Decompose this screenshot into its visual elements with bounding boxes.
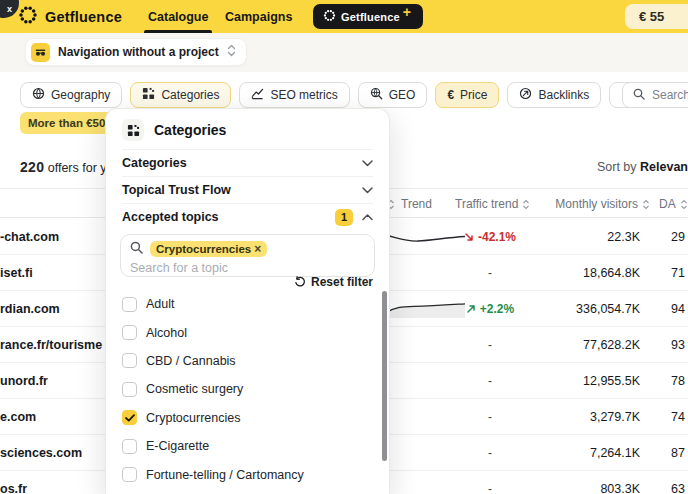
topic-search-placeholder: Search for a topic: [130, 261, 365, 275]
categories-grid-icon: [122, 119, 144, 141]
plus-icon: +: [403, 4, 411, 20]
monthly-visitors-cell: 12,955.5K: [510, 363, 640, 399]
selected-count-badge: 1: [335, 209, 353, 226]
trend-up-icon: [466, 304, 476, 314]
reset-icon: [294, 276, 306, 288]
globe-icon: [32, 87, 45, 103]
chevron-up-icon: [362, 214, 373, 221]
topic-list-item[interactable]: E-Cigarette: [122, 432, 375, 460]
incognito-glasses-icon: [31, 43, 50, 62]
sort-label: Sort by: [597, 160, 640, 174]
sort-icon: [642, 199, 650, 210]
topic-checkbox[interactable]: [122, 410, 137, 425]
column-trend[interactable]: Trend: [387, 197, 432, 211]
topic-list-item[interactable]: Cosmetic surgery: [122, 375, 375, 403]
topic-list-item[interactable]: Cryptocurrencies: [122, 404, 375, 432]
topic-checkbox[interactable]: [122, 297, 137, 312]
monthly-visitors-cell: 7,264.1K: [510, 435, 640, 471]
da-cell: 87: [641, 435, 685, 471]
active-filter-tag-label: More than €50: [28, 117, 105, 129]
topic-list-item[interactable]: Fortune-telling / Cartomancy: [122, 460, 375, 488]
getfluence-plus-button[interactable]: Getfluence +: [313, 4, 423, 29]
filter-bar: Geography Categories SEO metrics GEO € P…: [20, 82, 688, 108]
tab-catalogue[interactable]: Catalogue: [148, 0, 208, 33]
dropdown-header: Categories: [106, 109, 389, 149]
results-count: 220 offers for y: [20, 159, 107, 175]
link-icon: [519, 87, 532, 103]
topic-list-item[interactable]: Adult: [122, 290, 375, 318]
topics-list: Adult Alcohol CBD / Cannabis Cosmetic su…: [122, 290, 375, 494]
top-navigation-bar: Getfluence Catalogue Campaigns Getfluenc…: [0, 0, 688, 33]
sort-control[interactable]: Sort by Relevan: [597, 160, 688, 174]
remove-chip-icon[interactable]: ×: [254, 242, 261, 256]
topic-list-item[interactable]: Alcohol: [122, 318, 375, 346]
chart-icon: [251, 87, 264, 103]
filter-button-seo-metrics[interactable]: SEO metrics: [239, 82, 349, 108]
tab-campaigns[interactable]: Campaigns: [225, 0, 292, 33]
filter-button-geo[interactable]: GEO: [358, 82, 428, 108]
results-count-suffix: offers for y: [44, 161, 106, 175]
geo-icon: [370, 87, 383, 103]
balance-pill[interactable]: € 55: [625, 4, 688, 29]
grid-icon: [142, 87, 155, 103]
column-monthly-visitors[interactable]: Monthly visitors: [555, 197, 650, 211]
dropdown-title: Categories: [154, 122, 226, 138]
monthly-visitors-cell: 336,054.7K: [510, 291, 640, 327]
topic-checkbox[interactable]: [122, 439, 137, 454]
check-icon: [125, 414, 135, 422]
section-categories[interactable]: Categories: [122, 149, 373, 176]
da-cell: 29: [641, 219, 685, 255]
search-input[interactable]: Search: [622, 82, 688, 108]
monthly-visitors-cell: 803.3K: [510, 471, 640, 494]
brand: Getfluence: [18, 0, 122, 33]
selected-topic-chip[interactable]: Cryptocurrencies ×: [150, 241, 267, 257]
da-cell: 94: [641, 291, 685, 327]
search-icon: [633, 86, 645, 104]
monthly-visitors-cell: 18,664.8K: [510, 255, 640, 291]
filter-button-backlinks[interactable]: Backlinks: [507, 82, 601, 108]
da-cell: 78: [641, 363, 685, 399]
section-topical-trust-flow[interactable]: Topical Trust Flow: [122, 176, 373, 203]
filter-button-categories[interactable]: Categories: [130, 82, 231, 108]
euro-icon: €: [447, 88, 454, 102]
filter-button-price[interactable]: € Price: [435, 82, 499, 108]
results-count-number: 220: [20, 159, 44, 175]
selector-chevrons-icon: [227, 43, 236, 61]
da-cell: 71: [641, 255, 685, 291]
topic-checkbox[interactable]: [122, 325, 137, 340]
monthly-visitors-cell: 77,628.2K: [510, 327, 640, 363]
da-cell: 93: [641, 327, 685, 363]
monthly-visitors-cell: 3,279.7K: [510, 399, 640, 435]
topic-list-item[interactable]: [122, 489, 375, 494]
project-selector[interactable]: Navigation without a project: [25, 38, 247, 66]
column-da[interactable]: DA: [659, 197, 688, 211]
topic-checkbox[interactable]: [122, 353, 137, 368]
topic-checkbox[interactable]: [122, 382, 137, 397]
da-cell: 74: [641, 399, 685, 435]
reset-filter-button[interactable]: Reset filter: [294, 275, 373, 289]
topic-search-input[interactable]: Cryptocurrencies × Search for a topic: [120, 234, 375, 277]
topic-checkbox[interactable]: [122, 467, 137, 482]
brand-name: Getfluence: [45, 9, 122, 25]
dropdown-scrollbar[interactable]: [382, 291, 387, 461]
getfluence-logo-icon: [18, 5, 38, 29]
project-selector-label: Navigation without a project: [58, 45, 219, 59]
project-strip: Navigation without a project: [0, 33, 688, 72]
search-placeholder: Search: [652, 88, 688, 102]
sort-icon: [680, 199, 688, 210]
sort-value: Relevan: [640, 160, 688, 174]
app-window: Getfluence Catalogue Campaigns Getfluenc…: [0, 0, 688, 494]
topic-list-item[interactable]: CBD / Cannabis: [122, 347, 375, 375]
column-traffic-trend[interactable]: Traffic trend: [455, 197, 530, 211]
filter-button-geography[interactable]: Geography: [20, 82, 122, 108]
section-accepted-topics[interactable]: Accepted topics 1: [122, 203, 373, 230]
trend-down-icon: [464, 232, 474, 242]
selected-topic-chip-label: Cryptocurrencies: [156, 243, 251, 255]
monthly-visitors-cell: 22.3K: [510, 219, 640, 255]
chevron-down-icon: [362, 187, 373, 194]
chevron-down-icon: [362, 160, 373, 167]
getfluence-logo-icon: [323, 9, 336, 25]
da-cell: 63: [641, 471, 685, 494]
search-icon: [130, 240, 143, 258]
categories-dropdown: Categories Categories Topical Trust Flow…: [105, 108, 390, 494]
